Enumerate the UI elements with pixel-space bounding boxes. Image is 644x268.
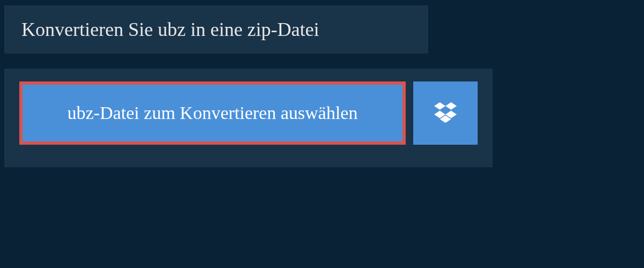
dropbox-button[interactable] — [413, 81, 478, 145]
page-title-text: Konvertieren Sie ubz in eine zip-Datei — [21, 19, 319, 40]
select-file-button[interactable]: ubz-Datei zum Konvertieren auswählen — [19, 81, 406, 145]
page-title: Konvertieren Sie ubz in eine zip-Datei — [4, 5, 428, 54]
select-file-label: ubz-Datei zum Konvertieren auswählen — [68, 103, 358, 123]
upload-panel: ubz-Datei zum Konvertieren auswählen — [4, 69, 493, 167]
dropbox-icon — [434, 101, 457, 125]
